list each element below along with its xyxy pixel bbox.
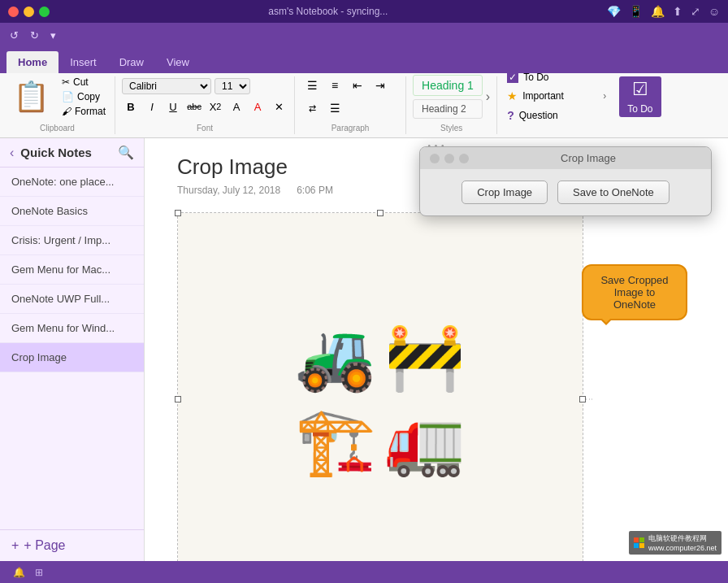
back-button[interactable]: ‹ — [10, 146, 14, 160]
dialog-title: Crop Image — [475, 152, 701, 164]
win-blue — [634, 543, 639, 548]
watermark-text: 电脑软硬件教程网 www.computer26.net — [648, 533, 717, 552]
win-yellow — [639, 543, 644, 548]
underline-button[interactable]: U — [164, 98, 182, 115]
star-icon: ★ — [507, 89, 518, 102]
bold-button[interactable]: B — [122, 98, 140, 115]
truck-4: 🚛 — [384, 403, 466, 480]
sidebar-title: Quick Notes — [20, 146, 111, 159]
watermark: 电脑软硬件教程网 www.computer26.net — [629, 531, 722, 555]
bell-icon[interactable]: 🔔 — [651, 5, 665, 18]
save-callout: Save Cropped Image to OneNote — [582, 264, 687, 320]
share-icon[interactable]: ⬆ — [673, 5, 682, 18]
paragraph-label: Paragraph — [332, 124, 370, 134]
devices-icon[interactable]: 📱 — [629, 5, 643, 18]
highlight-button[interactable]: A — [228, 98, 245, 115]
truck-2: 🚧 — [384, 319, 466, 395]
sidebar-item-6[interactable]: Crop Image — [0, 343, 144, 372]
sidebar-item-0[interactable]: OneNote: one place... — [0, 168, 144, 197]
tags-list: ✓ To Do ★ Important › ? Question — [504, 70, 609, 124]
gem-icon[interactable]: 💎 — [607, 5, 621, 18]
copy-button[interactable]: 📄 Copy — [59, 90, 108, 103]
styles-list: Heading 1 Heading 2 › — [413, 75, 490, 119]
handle-tl[interactable] — [175, 210, 181, 216]
bullets-button[interactable]: ☰ — [301, 75, 323, 96]
fontcolor-button[interactable]: A — [249, 98, 266, 115]
close-button[interactable] — [8, 7, 19, 17]
minimize-button[interactable] — [24, 7, 34, 17]
titlebar-actions: 💎 📱 🔔 ⬆ ⤢ ☺ — [607, 5, 720, 18]
tab-home[interactable]: Home — [6, 51, 58, 73]
maximize-button[interactable] — [39, 7, 50, 17]
tab-view[interactable]: View — [155, 51, 201, 73]
windows-logo — [634, 537, 645, 549]
rtl-button[interactable]: ⇄ — [301, 98, 323, 119]
sidebar-item-1[interactable]: OneNote Basics — [0, 197, 144, 226]
tags-group: ✓ To Do ★ Important › ? Question ☑ To Do — [497, 76, 667, 134]
todo-tag[interactable]: ✓ To Do — [504, 70, 609, 85]
dialog-body: Crop Image Save to OneNote — [420, 169, 711, 215]
clipboard-sub-buttons: ✂ Cut 📄 Copy 🖌 Format — [59, 76, 108, 118]
paste-button[interactable]: 📋 — [6, 80, 56, 113]
numbering-button[interactable]: ≡ — [324, 75, 345, 96]
font-size-select[interactable]: 11 — [214, 78, 250, 94]
outdent-button[interactable]: ⇤ — [347, 75, 368, 96]
side-scroll-handle[interactable]: ⋮ — [585, 395, 594, 403]
expand-icon[interactable]: ⤢ — [691, 5, 700, 18]
font-family-select[interactable]: Calibri — [122, 78, 211, 94]
win-green — [639, 537, 644, 542]
crop-image-button[interactable]: Crop Image — [462, 181, 548, 204]
strikethrough-button[interactable]: abc — [185, 98, 203, 115]
paste-area: 📋 ✂ Cut 📄 Copy 🖌 Format — [6, 76, 108, 118]
styles-chevron[interactable]: › — [486, 89, 490, 104]
window-title: asm's Notebook - syncing... — [50, 6, 607, 17]
font-content: Calibri 11 B I U abc X2 A A ✕ — [122, 76, 288, 117]
todo-button[interactable]: ☑ To Do — [619, 76, 661, 117]
format-button[interactable]: 🖌 Format — [59, 105, 108, 118]
handle-ml[interactable] — [175, 396, 181, 402]
sidebar-item-4[interactable]: OneNote UWP Full... — [0, 285, 144, 314]
ribbon: 📋 ✂ Cut 📄 Copy 🖌 Format C — [0, 73, 728, 138]
statusbar: 🔔 ⊞ — [0, 561, 728, 583]
statusbar-bell-icon[interactable]: 🔔 — [13, 567, 25, 578]
statusbar-grid-icon[interactable]: ⊞ — [35, 567, 43, 578]
sidebar-items: OneNote: one place... OneNote Basics Cri… — [0, 168, 144, 529]
page-image: 🚜 🚧 🏗️ 🚛 — [178, 213, 583, 561]
ribbon-tabs: Home Insert Draw View — [0, 47, 728, 73]
dialog-max[interactable] — [459, 154, 469, 163]
smiley-icon[interactable]: ☺ — [708, 5, 720, 18]
sidebar-item-2[interactable]: Crisis: Urgent / Imp... — [0, 226, 144, 255]
cut-button[interactable]: ✂ Cut — [59, 76, 108, 89]
clipboard-label: Clipboard — [40, 124, 75, 134]
font-group: Calibri 11 B I U abc X2 A A ✕ Fo — [115, 76, 295, 134]
heading1-style[interactable]: Heading 1 — [413, 75, 483, 96]
dialog-close[interactable] — [430, 154, 440, 163]
font-row-2: B I U abc X2 A A ✕ — [122, 98, 288, 115]
paragraph-group: ☰ ≡ ⇤ ⇥ ⇄ ☰ Paragraph — [295, 76, 406, 134]
sidebar-item-5[interactable]: Gem Menu for Wind... — [0, 314, 144, 343]
paragraph-content: ☰ ≡ ⇤ ⇥ ⇄ ☰ — [301, 76, 399, 117]
sidebar-item-3[interactable]: Gem Menu for Mac... — [0, 255, 144, 285]
handle-tm[interactable] — [377, 210, 384, 216]
search-button[interactable]: 🔍 — [118, 145, 134, 160]
save-to-onenote-button[interactable]: Save to OneNote — [557, 181, 670, 204]
tab-insert[interactable]: Insert — [58, 51, 108, 73]
add-page-button[interactable]: + + Page — [0, 529, 144, 561]
clear-format-button[interactable]: ✕ — [270, 98, 288, 115]
dialog-controls — [430, 154, 469, 163]
question-tag[interactable]: ? Question — [504, 107, 609, 124]
image-container[interactable]: 🚜 🚧 🏗️ 🚛 ⋮ — [177, 212, 583, 561]
redo-button[interactable]: ↻ — [27, 28, 42, 43]
undo-button[interactable]: ↺ — [6, 28, 22, 43]
tab-draw[interactable]: Draw — [108, 51, 155, 73]
heading2-style[interactable]: Heading 2 — [413, 99, 483, 119]
important-tag[interactable]: ★ Important › — [504, 88, 609, 104]
qat-dropdown[interactable]: ▾ — [47, 28, 59, 43]
indent-button[interactable]: ⇥ — [370, 75, 391, 96]
align-button[interactable]: ☰ — [324, 98, 345, 119]
italic-button[interactable]: I — [143, 98, 161, 115]
sidebar: ‹ Quick Notes 🔍 OneNote: one place... On… — [0, 138, 145, 561]
subscript-button[interactable]: X2 — [206, 98, 224, 115]
tags-content: ✓ To Do ★ Important › ? Question ☑ To Do — [504, 76, 661, 117]
dialog-min[interactable] — [444, 154, 454, 163]
